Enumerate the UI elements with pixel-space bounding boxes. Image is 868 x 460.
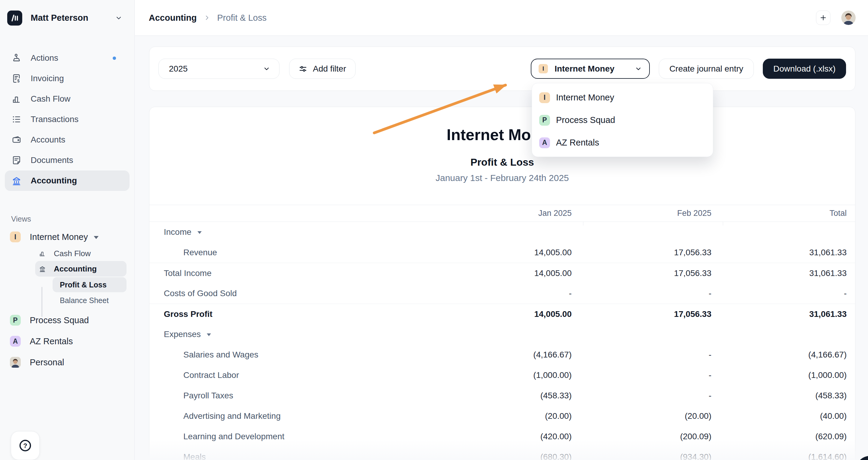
cell-total: (458.33) xyxy=(711,391,847,400)
sidebar-item-documents[interactable]: Documents xyxy=(5,150,129,171)
profit-loss-report: Internet Money Profit & Loss January 1st… xyxy=(149,107,856,460)
view-group-personal[interactable]: Personal xyxy=(5,352,127,372)
cell-jan: - xyxy=(463,288,572,298)
download-xlsx-button[interactable]: Download (.xlsx) xyxy=(763,59,846,79)
table-row-payroll-taxes: Payroll Taxes (458.33) - (458.33) xyxy=(149,386,855,406)
cell-total: (620.09) xyxy=(711,432,847,441)
table-row-cogs: Costs of Good Sold - - - xyxy=(149,283,855,304)
view-item-accounting[interactable]: Accounting xyxy=(35,261,127,277)
wallet-icon xyxy=(11,135,22,145)
view-group-process-squad[interactable]: P Process Squad xyxy=(5,311,127,330)
cell-total: (1,000.00) xyxy=(711,370,847,380)
sidebar-item-label: Accounts xyxy=(31,135,65,145)
create-journal-entry-label: Create journal entry xyxy=(669,64,743,74)
view-item-balance-sheet[interactable]: Balance Sheet xyxy=(53,293,127,308)
sidebar-item-accounts[interactable]: Accounts xyxy=(5,130,129,150)
add-filter-button[interactable]: Add filter xyxy=(289,59,355,79)
entity-badge: A xyxy=(10,336,21,347)
cell-jan: (458.33) xyxy=(463,391,572,400)
table-row-gross-profit: Gross Profit 14,005.00 17,056.33 31,061.… xyxy=(149,304,855,324)
bank-icon xyxy=(39,265,46,272)
caret-down-icon[interactable] xyxy=(197,231,202,234)
table-row-revenue: Revenue 14,005.00 17,056.33 31,061.33 xyxy=(149,242,855,263)
help-icon: ? xyxy=(18,438,32,453)
cell-feb: (20.00) xyxy=(572,411,711,421)
table-row-contract-labor: Contract Labor (1,000.00) - (1,000.00) xyxy=(149,365,855,386)
workspace-name: Matt Peterson xyxy=(31,13,115,23)
table-header-row: Jan 2025 Feb 2025 Total xyxy=(149,205,855,222)
cell-jan: (680.30) xyxy=(463,452,572,460)
sidebar-item-accounting[interactable]: Accounting xyxy=(5,171,129,191)
create-journal-entry-button[interactable]: Create journal entry xyxy=(659,59,754,79)
dropdown-item-label: AZ Rentals xyxy=(556,138,599,148)
chevron-down-icon xyxy=(263,65,270,72)
sidebar-item-transactions[interactable]: Transactions xyxy=(5,109,129,130)
sidebar-item-label: Transactions xyxy=(31,115,79,124)
bank-icon xyxy=(11,176,22,186)
dropdown-item-az-rentals[interactable]: A AZ Rentals xyxy=(532,131,713,154)
view-item-label: Balance Sheet xyxy=(60,296,109,305)
add-button[interactable] xyxy=(816,10,831,25)
row-label: Total Income xyxy=(164,269,463,278)
cell-jan: (4,166.67) xyxy=(463,350,572,360)
help-button[interactable]: ? xyxy=(11,431,40,460)
sliders-icon xyxy=(299,64,307,73)
table-row-income[interactable]: Income xyxy=(149,222,855,242)
avatar-photo-icon xyxy=(841,10,856,25)
dropdown-item-label: Internet Money xyxy=(556,93,614,102)
row-label: Salaries and Wages xyxy=(164,350,463,360)
view-group-internet-money[interactable]: I Internet Money xyxy=(5,228,127,245)
sidebar-item-actions[interactable]: Actions xyxy=(5,48,129,68)
row-label: Advertising and Marketing xyxy=(164,411,463,421)
sidebar-item-invoicing[interactable]: $ Invoicing xyxy=(5,68,129,89)
entity-badge: I xyxy=(10,232,21,242)
cell-jan: 14,005.00 xyxy=(463,269,572,278)
cell-total: - xyxy=(711,288,847,298)
cell-jan: 14,005.00 xyxy=(463,309,572,319)
breadcrumb-parent[interactable]: Accounting xyxy=(149,13,197,23)
table-row-expenses[interactable]: Expenses xyxy=(149,324,855,344)
user-avatar[interactable] xyxy=(841,10,856,25)
row-label: Meals xyxy=(164,452,463,460)
view-item-cash-flow[interactable]: Cash Flow xyxy=(35,246,127,261)
entity-select[interactable]: I Internet Money xyxy=(531,59,650,79)
tree-connector-line xyxy=(41,287,42,317)
view-item-profit-loss[interactable]: Profit & Loss xyxy=(53,277,127,292)
svg-text:$: $ xyxy=(17,79,20,83)
cell-feb: 17,056.33 xyxy=(572,309,711,319)
column-header: Feb 2025 xyxy=(572,209,711,218)
dropdown-item-label: Process Squad xyxy=(556,115,615,125)
cell-jan: (420.00) xyxy=(463,432,572,441)
view-item-label: Accounting xyxy=(54,264,97,274)
dropdown-item-process-squad[interactable]: P Process Squad xyxy=(532,109,713,131)
row-label: Costs of Good Sold xyxy=(164,288,463,298)
entity-dropdown-menu: I Internet Money P Process Squad A AZ Re… xyxy=(532,83,713,157)
column-divider-tick xyxy=(723,222,723,225)
download-label: Download (.xlsx) xyxy=(773,64,836,74)
row-label: Contract Labor xyxy=(164,370,463,380)
report-period: January 1st - February 24th 2025 xyxy=(149,173,855,183)
dropdown-item-internet-money[interactable]: I Internet Money xyxy=(532,86,713,109)
table-row-meals: Meals (680.30) (934.30) (1,614.60) xyxy=(149,447,855,460)
main-content: 2025 Add filter I Internet Money Create … xyxy=(135,36,868,460)
sidebar-item-label: Actions xyxy=(31,53,58,63)
workspace-switcher[interactable]: Matt Peterson xyxy=(0,0,134,36)
report-subtitle: Profit & Loss xyxy=(149,156,855,168)
cell-total: 31,061.33 xyxy=(711,269,847,278)
year-select[interactable]: 2025 xyxy=(158,59,280,79)
row-label: Gross Profit xyxy=(164,309,463,319)
cell-feb: 17,056.33 xyxy=(572,269,711,278)
sidebar-item-label: Cash Flow xyxy=(31,94,70,104)
table-row-learning: Learning and Development (420.00) (200.0… xyxy=(149,426,855,447)
cell-jan: 14,005.00 xyxy=(463,248,572,257)
notification-dot xyxy=(113,57,116,60)
view-group-az-rentals[interactable]: A AZ Rentals xyxy=(5,332,127,351)
sidebar-item-cash-flow[interactable]: Cash Flow xyxy=(5,89,129,109)
entity-badge: P xyxy=(539,115,550,126)
column-divider-tick xyxy=(583,222,583,225)
joystick-icon xyxy=(11,53,22,63)
view-group-label: AZ Rentals xyxy=(30,336,73,346)
caret-down-icon[interactable] xyxy=(207,333,211,336)
cell-feb: (200.09) xyxy=(572,432,711,441)
row-label: Income xyxy=(164,227,191,237)
